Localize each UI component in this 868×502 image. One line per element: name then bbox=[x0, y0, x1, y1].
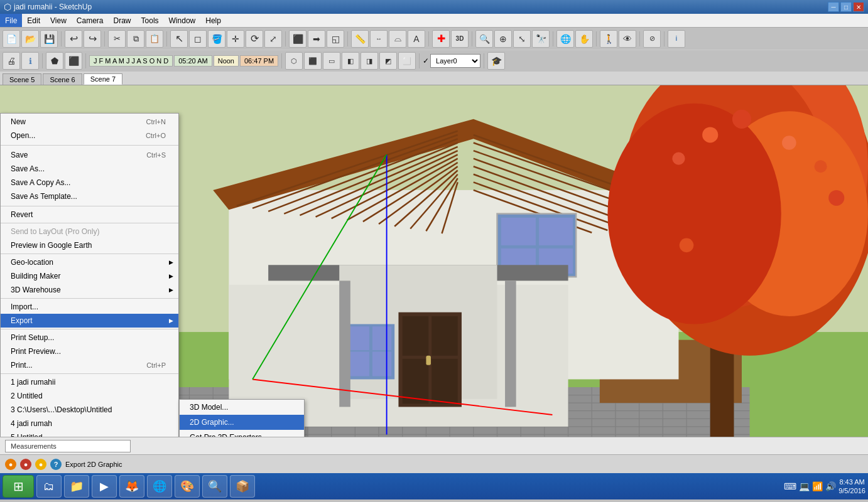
recent-2[interactable]: 2 Untitled bbox=[1, 389, 178, 403]
toolbar-zoomwin[interactable]: ⊕ bbox=[494, 30, 512, 48]
footer-icon-red[interactable]: ● bbox=[20, 459, 31, 470]
taskbar-package[interactable]: 📦 bbox=[230, 475, 255, 498]
toolbar-paint[interactable]: 🪣 bbox=[208, 30, 225, 48]
menu-new[interactable]: New Ctrl+N bbox=[1, 115, 178, 129]
taskbar-firefox[interactable]: 🦊 bbox=[119, 475, 144, 498]
toolbar-new[interactable]: 📄 bbox=[3, 30, 20, 48]
view-bottom[interactable]: ⬜ bbox=[398, 52, 416, 70]
toolbar-protractor[interactable]: ⌓ bbox=[389, 30, 406, 48]
recent-4[interactable]: 4 jadi rumah bbox=[1, 417, 178, 430]
recent-5[interactable]: 5 Untitled bbox=[1, 430, 178, 437]
toolbar-zoom[interactable]: 🔍 bbox=[475, 30, 493, 48]
menu-tools[interactable]: Tools bbox=[136, 14, 164, 27]
view-left[interactable]: ◩ bbox=[379, 52, 397, 70]
toolbar-pushpull[interactable]: ⬛ bbox=[289, 30, 307, 48]
toolbar-rotate[interactable]: ⟳ bbox=[246, 30, 263, 48]
menu-open[interactable]: Open... Ctrl+O bbox=[1, 129, 178, 142]
toolbar-dimension[interactable]: ↔ bbox=[370, 30, 388, 48]
toolbar-select[interactable]: ↖ bbox=[170, 30, 188, 48]
menu-3d-warehouse[interactable]: 3D Warehouse bbox=[1, 283, 178, 297]
toolbar-text[interactable]: A bbox=[408, 30, 425, 48]
taskbar-search[interactable]: 🔍 bbox=[202, 475, 227, 498]
menu-save-as[interactable]: Save As... bbox=[1, 162, 178, 176]
toolbar-scale[interactable]: ⤢ bbox=[264, 30, 282, 48]
view-iso[interactable]: ⬡ bbox=[285, 52, 303, 70]
toolbar-open[interactable]: 📂 bbox=[21, 30, 39, 48]
export-3d-model[interactable]: 3D Model... bbox=[180, 400, 304, 415]
toolbar-save[interactable]: 💾 bbox=[40, 30, 58, 48]
toolbar-3d-text[interactable]: 3D bbox=[451, 30, 469, 48]
toolbar-paste[interactable]: 📋 bbox=[146, 30, 163, 48]
toolbar-mono[interactable]: ⬛ bbox=[65, 52, 82, 70]
recent-1[interactable]: 1 jadi rumahii bbox=[1, 375, 178, 389]
toolbar-offset[interactable]: ◱ bbox=[327, 30, 344, 48]
toolbar-undo[interactable]: ↩ bbox=[65, 30, 82, 48]
menu-save-template[interactable]: Save As Template... bbox=[1, 190, 178, 203]
menu-help[interactable]: Help bbox=[200, 14, 226, 27]
menu-import[interactable]: Import... bbox=[1, 300, 178, 314]
taskbar-explorer[interactable]: 📁 bbox=[64, 475, 89, 498]
toolbar-lookat[interactable]: 👁 bbox=[619, 30, 636, 48]
tray-icon-3[interactable]: 📶 bbox=[812, 481, 823, 491]
toolbar-pan[interactable]: ✋ bbox=[575, 30, 593, 48]
export-get-pro[interactable]: Get Pro 3D Exporters... bbox=[180, 430, 304, 437]
recent-3[interactable]: 3 C:\Users\...\Desktop\Untitled bbox=[1, 403, 178, 417]
view-front[interactable]: ▭ bbox=[323, 52, 340, 70]
scene-tab-5[interactable]: Scene 5 bbox=[3, 73, 41, 85]
menu-edit[interactable]: Edit bbox=[22, 14, 45, 27]
menu-print-setup[interactable]: Print Setup... bbox=[1, 331, 178, 344]
toolbar-print[interactable]: 🖨 bbox=[3, 52, 20, 70]
taskbar-files[interactable]: 🗂 bbox=[36, 475, 62, 498]
taskbar-chrome[interactable]: 🌐 bbox=[147, 475, 172, 498]
menu-revert[interactable]: Revert bbox=[1, 208, 178, 222]
menu-file[interactable]: File bbox=[0, 14, 22, 27]
toolbar-model-info[interactable]: i bbox=[668, 30, 685, 48]
menu-save-copy[interactable]: Save A Copy As... bbox=[1, 176, 178, 190]
menu-save[interactable]: Save Ctrl+S bbox=[1, 148, 178, 162]
toolbar-entity-info[interactable]: ℹ bbox=[21, 52, 39, 70]
toolbar-section[interactable]: ⊘ bbox=[643, 30, 661, 48]
toolbar-follow[interactable]: ➡ bbox=[308, 30, 325, 48]
toolbar-zoomin[interactable]: 🔭 bbox=[532, 30, 550, 48]
view-back[interactable]: ◨ bbox=[361, 52, 378, 70]
toolbar-orbit[interactable]: 🌐 bbox=[556, 30, 574, 48]
footer-icon-yellow[interactable]: ● bbox=[35, 459, 46, 470]
toolbar-move[interactable]: ✛ bbox=[227, 30, 244, 48]
toolbar-eraser[interactable]: ◻ bbox=[189, 30, 207, 48]
toolbar-tape[interactable]: 📏 bbox=[351, 30, 369, 48]
footer-icon-blue[interactable]: ? bbox=[50, 459, 62, 470]
toolbar-teacher[interactable]: 🎓 bbox=[487, 52, 505, 70]
menu-view[interactable]: View bbox=[45, 14, 72, 27]
toolbar-xray[interactable]: ⬟ bbox=[46, 52, 63, 70]
scene-tab-7[interactable]: Scene 7 bbox=[84, 73, 122, 85]
scene-tab-6[interactable]: Scene 6 bbox=[43, 73, 82, 85]
tray-icon-2[interactable]: 💻 bbox=[799, 481, 810, 491]
toolbar-walk[interactable]: 🚶 bbox=[600, 30, 617, 48]
minimize-button[interactable]: ─ bbox=[828, 2, 839, 12]
view-right[interactable]: ◧ bbox=[342, 52, 359, 70]
menu-print[interactable]: Print... Ctrl+P bbox=[1, 358, 178, 372]
menu-export[interactable]: Export bbox=[1, 314, 178, 328]
export-2d-graphic[interactable]: 2D Graphic... bbox=[180, 415, 304, 430]
menu-print-preview[interactable]: Print Preview... bbox=[1, 344, 178, 358]
toolbar-copy[interactable]: ⧉ bbox=[127, 30, 144, 48]
tray-icon-4[interactable]: 🔊 bbox=[825, 481, 836, 491]
menu-building-maker[interactable]: Building Maker bbox=[1, 269, 178, 283]
start-button[interactable]: ⊞ bbox=[3, 475, 34, 498]
view-top[interactable]: ⬛ bbox=[304, 52, 322, 70]
menu-camera[interactable]: Camera bbox=[72, 14, 109, 27]
toolbar-cut[interactable]: ✂ bbox=[108, 30, 126, 48]
toolbar-zoomfit[interactable]: ⤡ bbox=[513, 30, 531, 48]
menu-preview-earth[interactable]: Preview in Google Earth bbox=[1, 238, 178, 252]
maximize-button[interactable]: □ bbox=[840, 2, 852, 12]
menu-window[interactable]: Window bbox=[164, 14, 201, 27]
footer-icon-orange[interactable]: ● bbox=[5, 459, 16, 470]
close-button[interactable]: ✕ bbox=[853, 2, 864, 12]
toolbar-axes[interactable]: ✚ bbox=[432, 30, 450, 48]
toolbar-redo[interactable]: ↪ bbox=[84, 30, 101, 48]
tray-icon-1[interactable]: ⌨ bbox=[784, 481, 796, 491]
layer-select[interactable]: Layer0 bbox=[430, 54, 480, 68]
menu-geo-location[interactable]: Geo-location bbox=[1, 255, 178, 269]
taskbar-paint[interactable]: 🎨 bbox=[175, 475, 200, 498]
menu-draw[interactable]: Draw bbox=[109, 14, 136, 27]
